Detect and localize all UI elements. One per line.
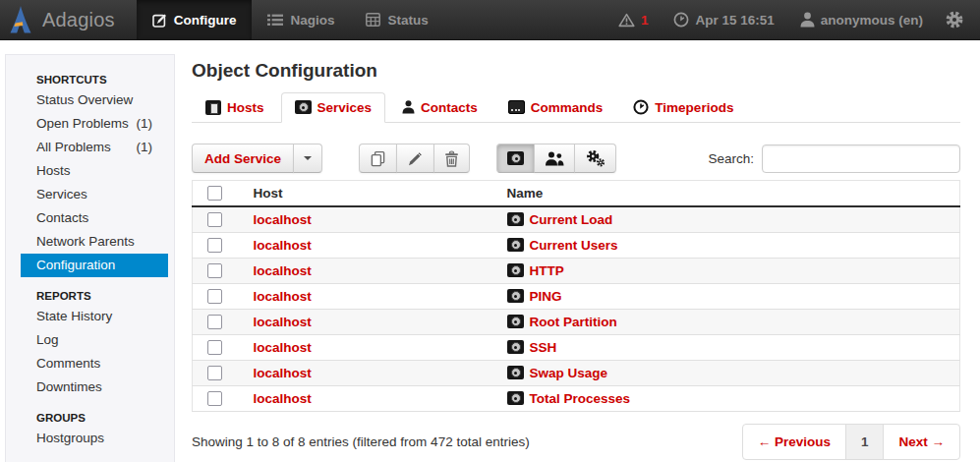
- user-icon: [800, 12, 815, 28]
- tab-commands[interactable]: Commands: [494, 92, 617, 123]
- brand[interactable]: Adagios: [0, 0, 137, 39]
- settings-view-button[interactable]: [574, 144, 616, 173]
- tab-timeperiods[interactable]: Timeperiods: [619, 92, 747, 123]
- service-link[interactable]: Total Processes: [530, 391, 631, 406]
- table-row: localhostRoot Partition: [193, 309, 960, 334]
- sidebar-item-hosts[interactable]: Hosts: [21, 159, 168, 183]
- service-icon: [507, 212, 524, 226]
- main-content: Object Configuration Hosts Services Cont…: [192, 60, 960, 460]
- sidebar-section-title: SHORTCUTS: [21, 70, 168, 88]
- service-icon: [507, 391, 524, 405]
- alert-count: 1: [641, 13, 649, 28]
- service-link[interactable]: PING: [530, 289, 562, 304]
- service-icon: [507, 366, 524, 379]
- host-link[interactable]: localhost: [254, 238, 312, 253]
- trash-icon: [444, 150, 459, 167]
- service-link[interactable]: Current Users: [530, 238, 618, 253]
- add-service-dropdown-button[interactable]: [293, 144, 322, 173]
- host-link[interactable]: localhost: [254, 263, 312, 278]
- row-checkbox[interactable]: [207, 366, 222, 380]
- sidebar-item-contacts[interactable]: Contacts: [21, 206, 168, 230]
- pagination: ← Previous 1 Next →: [742, 424, 960, 460]
- service-icon: [507, 238, 524, 252]
- sidebar-item-network-parents[interactable]: Network Parents: [21, 230, 168, 254]
- navbar-menu: Configure Nagios: [137, 0, 444, 39]
- contacts-view-button[interactable]: [534, 144, 575, 173]
- tab-hosts[interactable]: Hosts: [192, 92, 278, 123]
- chevron-down-icon: [304, 156, 312, 160]
- tab-services[interactable]: Services: [281, 92, 386, 123]
- service-link[interactable]: Swap Usage: [530, 366, 608, 380]
- service-icon: [507, 263, 524, 277]
- table-row: localhostCurrent Users: [193, 232, 960, 258]
- services-view-button[interactable]: [496, 144, 535, 173]
- row-checkbox[interactable]: [207, 289, 222, 304]
- sidebar-item-services[interactable]: Services: [21, 183, 168, 206]
- sidebar-item-label: Log: [36, 332, 59, 348]
- sidebar: SHORTCUTSStatus OverviewOpen Problems(1)…: [5, 54, 175, 462]
- table-row: localhostPING: [193, 283, 960, 309]
- person-icon: [402, 100, 415, 114]
- service-link[interactable]: HTTP: [530, 263, 564, 278]
- user-menu[interactable]: anonymous (en): [792, 12, 931, 28]
- sidebar-item-configuration[interactable]: Configuration: [21, 254, 168, 277]
- table-row: localhostHTTP: [193, 258, 960, 283]
- clock-icon: [633, 99, 649, 115]
- row-checkbox[interactable]: [207, 340, 222, 355]
- sidebar-item-open-problems[interactable]: Open Problems(1): [21, 112, 168, 136]
- host-link[interactable]: localhost: [254, 340, 312, 355]
- sidebar-item-label: Open Problems: [36, 116, 129, 132]
- sidebar-item-log[interactable]: Log: [21, 328, 168, 352]
- edit-button[interactable]: [396, 144, 434, 173]
- column-header-host: Host: [244, 181, 497, 207]
- row-checkbox[interactable]: [207, 263, 222, 278]
- row-checkbox[interactable]: [207, 391, 222, 406]
- nav-item-configure[interactable]: Configure: [137, 0, 253, 39]
- column-header-name: Name: [497, 181, 960, 207]
- nav-item-status[interactable]: Status: [350, 0, 443, 39]
- service-link[interactable]: Current Load: [530, 212, 613, 227]
- host-link[interactable]: localhost: [254, 212, 312, 227]
- tab-contacts[interactable]: Contacts: [388, 92, 491, 123]
- gears-icon: [585, 149, 605, 167]
- row-checkbox[interactable]: [207, 212, 222, 227]
- row-checkbox[interactable]: [207, 238, 222, 253]
- sidebar-section-title: GROUPS: [21, 408, 168, 427]
- host-link[interactable]: localhost: [254, 391, 312, 406]
- terminal-icon: [508, 100, 525, 114]
- current-page-button[interactable]: 1: [845, 424, 885, 460]
- host-link[interactable]: localhost: [254, 315, 312, 329]
- service-link[interactable]: Root Partition: [530, 315, 617, 329]
- alerts-indicator[interactable]: 1: [610, 13, 657, 28]
- select-all-checkbox[interactable]: [207, 186, 222, 201]
- row-checkbox[interactable]: [207, 315, 222, 329]
- datetime-indicator[interactable]: Apr 15 16:51: [665, 12, 781, 28]
- navbar-right: 1 Apr 15 16:51 anonymous (en): [610, 0, 980, 39]
- warning-icon: [618, 13, 635, 28]
- delete-button[interactable]: [433, 144, 470, 173]
- sidebar-item-downtimes[interactable]: Downtimes: [21, 375, 168, 399]
- datetime-label: Apr 15 16:51: [695, 13, 774, 28]
- previous-page-button[interactable]: ← Previous: [742, 424, 846, 460]
- people-icon: [545, 151, 564, 166]
- sidebar-section-title: REPORTS: [21, 286, 168, 305]
- table-row: localhostTotal Processes: [193, 385, 960, 411]
- list-icon: [267, 14, 283, 27]
- service-icon: [507, 289, 524, 303]
- copy-button[interactable]: [359, 144, 397, 173]
- next-page-button[interactable]: Next →: [883, 424, 960, 460]
- nav-item-nagios[interactable]: Nagios: [252, 0, 350, 39]
- host-link[interactable]: localhost: [254, 366, 312, 380]
- search-input[interactable]: [762, 144, 960, 173]
- sidebar-item-all-problems[interactable]: All Problems(1): [21, 136, 168, 159]
- sidebar-item-hostgroups[interactable]: Hostgroups: [21, 427, 168, 450]
- service-link[interactable]: SSH: [530, 340, 557, 355]
- sidebar-item-status-overview[interactable]: Status Overview: [21, 88, 168, 112]
- settings-gear-icon[interactable]: [941, 10, 968, 29]
- add-service-button[interactable]: Add Service: [192, 144, 294, 173]
- host-link[interactable]: localhost: [254, 289, 312, 304]
- pencil-icon: [407, 150, 424, 167]
- sidebar-item-comments[interactable]: Comments: [21, 352, 168, 375]
- sidebar-item-label: Downtimes: [36, 379, 102, 395]
- sidebar-item-state-history[interactable]: State History: [21, 305, 168, 328]
